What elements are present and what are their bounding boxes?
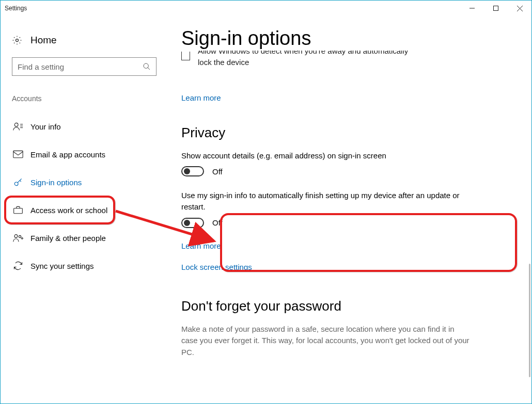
main-panel: Sign-in options Allow Windows to detect … [161,16,531,403]
svg-rect-13 [14,208,23,214]
svg-rect-11 [13,151,23,157]
key-icon [13,177,30,187]
learn-more-link-2[interactable]: Learn more [181,241,221,250]
close-button[interactable] [508,1,531,16]
search-placeholder: Find a setting [18,62,143,71]
sidebar-section-heading: Accounts [12,94,161,103]
page-title: Sign-in options [181,27,516,50]
window-controls [460,1,531,16]
sidebar-item-email[interactable]: Email & app accounts [12,142,161,167]
search-icon [143,62,151,71]
sidebar-item-label: Access work or school [30,206,107,215]
svg-line-6 [148,68,150,70]
home-nav[interactable]: Home [12,31,161,57]
password-heading: Don't forget your password [181,298,516,314]
sidebar-item-work-school[interactable]: Access work or school [12,198,161,222]
learn-more-link-1[interactable]: Learn more [181,93,221,102]
dynamic-lock-setting: Allow Windows to detect when you're away… [181,51,516,69]
toggle-signin-info-state: Off [212,218,223,227]
sidebar-item-signin-options[interactable]: Sign-in options [12,170,161,195]
sync-icon [13,261,30,271]
search-input[interactable]: Find a setting [12,57,157,76]
svg-point-7 [14,123,18,126]
person-icon [13,122,30,131]
sidebar-item-label: Sync your settings [30,262,94,270]
svg-point-14 [14,235,18,238]
svg-point-15 [19,235,21,237]
home-label: Home [30,35,57,46]
privacy-heading: Privacy [181,125,516,141]
svg-point-5 [144,63,148,68]
titlebar: Settings [1,1,531,16]
svg-rect-1 [494,6,498,11]
svg-point-4 [16,39,19,42]
sidebar-item-your-info[interactable]: Your info [12,114,161,139]
setting-signin-info-desc: Use my sign-in info to automatically fin… [181,190,460,213]
svg-point-12 [14,182,18,186]
window-title: Settings [5,5,460,12]
dynamic-lock-line2: lock the device [198,57,516,69]
people-icon [13,233,30,243]
sidebar-item-label: Family & other people [30,234,106,243]
maximize-button[interactable] [484,1,508,16]
checkbox-partial-icon[interactable] [181,52,190,60]
toggle-account-details-state: Off [212,167,223,176]
minimize-button[interactable] [460,1,484,16]
sidebar-item-sync[interactable]: Sync your settings [12,253,161,278]
dynamic-lock-line1: Allow Windows to detect when you're away… [198,51,408,55]
sidebar-item-label: Email & app accounts [30,150,105,159]
mail-icon [13,150,30,158]
toggle-account-details[interactable] [181,166,204,176]
sidebar-item-family[interactable]: Family & other people [12,225,161,250]
toggle-signin-info[interactable] [181,218,204,228]
setting-account-details-desc: Show account details (e.g. email address… [181,150,516,161]
sidebar-item-label: Your info [30,122,61,131]
password-note: Make a note of your password in a safe, … [181,324,471,359]
sidebar: Home Find a setting Accounts Your info [1,16,161,403]
sidebar-item-label: Sign-in options [30,178,82,187]
lock-screen-link[interactable]: Lock screen settings [181,263,252,271]
gear-icon [12,35,30,45]
scrollbar[interactable] [529,264,530,377]
briefcase-icon [13,205,30,215]
